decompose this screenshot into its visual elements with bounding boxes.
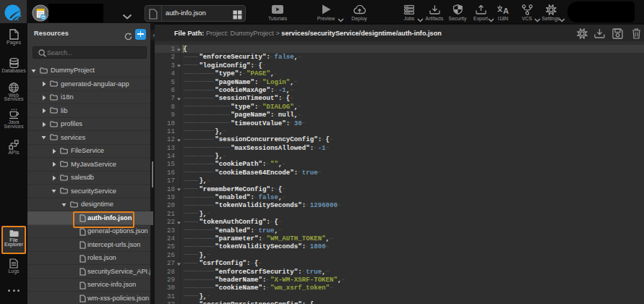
svg-text:A: A — [503, 7, 509, 14]
